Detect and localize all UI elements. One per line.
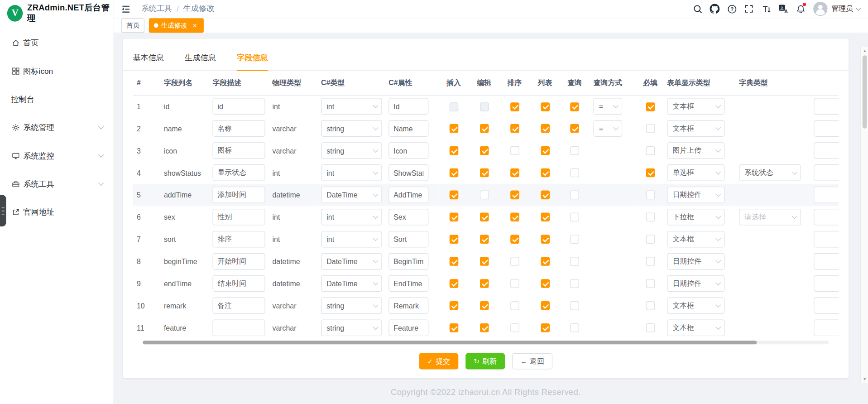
overflow-input[interactable] [814,164,839,181]
column-desc-input[interactable] [212,231,265,248]
form-display-select[interactable]: 文本框 [667,298,724,314]
list-checkbox[interactable] [541,146,550,155]
edit-checkbox[interactable] [480,191,489,200]
required-checkbox[interactable] [646,191,655,200]
csharp-prop-input[interactable] [388,209,428,226]
required-checkbox[interactable] [646,235,655,244]
scroll-down-icon[interactable]: ▼ [861,377,868,381]
list-checkbox[interactable] [541,279,550,289]
insert-checkbox[interactable] [449,146,458,155]
submit-button[interactable]: ✓ 提交 [419,353,458,369]
insert-checkbox[interactable] [449,301,458,310]
csharp-type-select[interactable]: string [321,319,382,336]
sort-checkbox[interactable] [510,146,519,155]
form-display-select[interactable]: 文本框 [667,319,724,336]
form-display-select[interactable]: 日期控件 [667,187,724,203]
query-checkbox[interactable] [570,102,579,111]
csharp-prop-input[interactable] [388,231,428,248]
font-size-icon[interactable] [760,3,772,15]
query-checkbox[interactable] [570,124,579,133]
sort-checkbox[interactable] [510,323,519,332]
query-checkbox[interactable] [570,301,579,310]
required-checkbox[interactable] [646,213,655,222]
csharp-prop-input[interactable] [388,298,428,314]
tab-gen-info[interactable]: 生成信息 [185,53,216,70]
csharp-prop-input[interactable] [388,275,428,292]
horizontal-scrollbar[interactable] [143,341,829,345]
edit-checkbox[interactable] [480,146,489,155]
sidebar-item-system-manage[interactable]: 系统管理 [0,114,113,142]
csharp-prop-input[interactable] [388,319,428,336]
sort-checkbox[interactable] [510,168,519,178]
list-checkbox[interactable] [541,124,550,133]
close-icon[interactable]: × [191,22,199,29]
overflow-input[interactable] [814,319,839,336]
query-checkbox[interactable] [570,213,579,222]
edit-checkbox[interactable] [480,301,489,310]
csharp-type-select[interactable]: int [321,231,382,248]
query-checkbox[interactable] [570,257,579,266]
csharp-type-select[interactable]: string [321,298,382,314]
insert-checkbox[interactable] [449,213,458,222]
sort-checkbox[interactable] [510,235,519,244]
form-display-select[interactable]: 日期控件 [667,253,724,270]
column-desc-input[interactable] [212,98,265,115]
avatar[interactable] [813,2,828,16]
column-desc-input[interactable] [212,164,265,181]
csharp-prop-input[interactable] [388,120,428,137]
required-checkbox[interactable] [646,279,655,289]
breadcrumb-section[interactable]: 系统工具 [141,4,172,14]
back-button[interactable]: ← 返回 [512,353,552,369]
csharp-type-select[interactable]: int [321,164,382,181]
edit-checkbox[interactable] [480,102,489,111]
github-icon[interactable] [709,3,721,15]
search-icon[interactable] [691,3,704,15]
query-checkbox[interactable] [570,279,579,289]
required-checkbox[interactable] [646,146,655,155]
tag-home[interactable]: 首页 [121,18,144,33]
overflow-input[interactable] [814,275,839,292]
csharp-prop-input[interactable] [388,98,428,115]
username[interactable]: 管理员 [831,4,853,14]
vertical-scrollbar-thumb[interactable] [863,55,867,128]
query-checkbox[interactable] [570,235,579,244]
edit-checkbox[interactable] [480,323,489,332]
refresh-button[interactable]: ↻ 刷新 [465,353,505,369]
list-checkbox[interactable] [541,235,550,244]
list-checkbox[interactable] [541,301,550,310]
form-display-select[interactable]: 文本框 [667,120,724,137]
chevron-down-icon[interactable] [856,5,861,11]
insert-checkbox[interactable] [449,102,458,111]
csharp-type-select[interactable]: int [321,209,382,226]
query-checkbox[interactable] [570,146,579,155]
vertical-scrollbar[interactable]: ▲ ▼ [860,47,868,383]
sidebar-item-icons[interactable]: 图标icon [0,57,113,85]
sidebar-fold-icon[interactable] [121,4,131,14]
app-logo[interactable]: V ZRAdmin.NET后台管理 [0,0,113,27]
dict-type-select[interactable]: 请选择 [739,209,801,226]
sort-checkbox[interactable] [510,257,519,266]
panel-drag-handle[interactable] [0,195,6,226]
csharp-type-select[interactable]: int [321,98,382,115]
column-desc-input[interactable] [212,275,265,292]
tag-active[interactable]: 生成修改 × [149,18,204,33]
overflow-input[interactable] [814,209,839,226]
list-checkbox[interactable] [541,168,550,178]
form-display-select[interactable]: 文本框 [667,231,724,248]
list-checkbox[interactable] [541,323,550,332]
edit-checkbox[interactable] [480,168,489,178]
csharp-type-select[interactable]: DateTime [321,253,382,270]
required-checkbox[interactable] [646,257,655,266]
column-desc-input[interactable] [212,319,265,336]
overflow-input[interactable] [814,98,839,115]
required-checkbox[interactable] [646,124,655,133]
form-display-select[interactable]: 文本框 [667,98,724,115]
column-desc-input[interactable] [212,253,265,270]
column-desc-input[interactable] [212,187,265,203]
required-checkbox[interactable] [646,102,655,111]
list-checkbox[interactable] [541,213,550,222]
csharp-prop-input[interactable] [388,187,428,203]
list-checkbox[interactable] [541,102,550,111]
form-display-select[interactable]: 单选框 [667,164,724,181]
required-checkbox[interactable] [646,168,655,178]
